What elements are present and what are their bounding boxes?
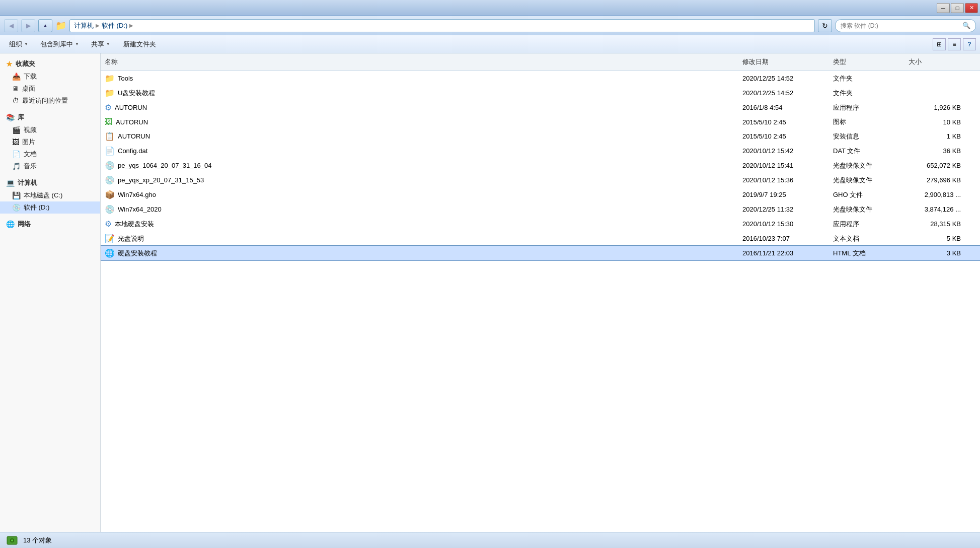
sidebar-item-recent[interactable]: ⏱ 最近访问的位置 [0, 95, 100, 107]
sidebar-item-downloads[interactable]: 📥 下载 [0, 71, 100, 83]
file-name-cell: 📝 光盘说明 [101, 232, 738, 245]
view-options-button[interactable]: ⊞ [933, 38, 946, 50]
sidebar-item-desktop[interactable]: 🖥 桌面 [0, 83, 100, 95]
table-row[interactable]: 📁 U盘安装教程 2020/12/25 14:52 文件夹 [101, 86, 980, 100]
file-name-cell: 🖼 AUTORUN [101, 116, 738, 128]
col-type-label: 类型 [833, 57, 846, 66]
table-row[interactable]: 📝 光盘说明 2016/10/23 7:07 文本文档 5 KB [101, 231, 980, 246]
organize-button[interactable]: 组织 ▼ [4, 37, 33, 51]
table-row[interactable]: ⚙ AUTORUN 2016/1/8 4:54 应用程序 1,926 KB [101, 100, 980, 115]
minimize-button[interactable]: ─ [937, 3, 950, 13]
file-modified-cell: 2020/12/25 11:32 [738, 203, 829, 216]
sidebar-item-images[interactable]: 🖼 图片 [0, 136, 100, 148]
file-size: 5 KB [947, 235, 961, 242]
close-button[interactable]: ✕ [965, 3, 978, 13]
file-modified: 2016/1/8 4:54 [742, 104, 783, 111]
file-name-cell: ⚙ AUTORUN [101, 101, 738, 114]
search-bar[interactable]: 🔍 [835, 19, 976, 32]
sidebar-item-docs[interactable]: 📄 文档 [0, 148, 100, 160]
file-name-cell: 💿 pe_yqs_1064_20_07_31_16_04 [101, 159, 738, 172]
col-modified-label: 修改日期 [742, 57, 769, 66]
file-size: 2,900,813 ... [925, 191, 961, 198]
file-icon: 💿 [105, 204, 115, 214]
titlebar: ─ □ ✕ [0, 0, 980, 16]
file-type: 安装信息 [833, 132, 859, 141]
table-row[interactable]: 📁 Tools 2020/12/25 14:52 文件夹 [101, 71, 980, 86]
table-row[interactable]: 💿 Win7x64_2020 2020/12/25 11:32 光盘映像文件 3… [101, 202, 980, 217]
addressbar: ◀ ▶ ▲ 📁 计算机 ▶ 软件 (D:) ▶ ↻ 🔍 [0, 16, 980, 35]
file-size-cell: 279,696 KB [904, 174, 965, 186]
file-type-cell: GHO 文件 [829, 188, 904, 201]
recent-label: 最近访问的位置 [22, 96, 68, 105]
share-button[interactable]: 共享 ▼ [86, 37, 115, 51]
sidebar-item-videos[interactable]: 🎬 视频 [0, 124, 100, 136]
table-row[interactable]: 📄 Config.dat 2020/10/12 15:42 DAT 文件 36 … [101, 144, 980, 158]
sidebar-item-c-drive[interactable]: 💾 本地磁盘 (C:) [0, 189, 100, 201]
file-type-cell: 应用程序 [829, 218, 904, 230]
col-name[interactable]: 名称 [101, 55, 738, 68]
desktop-label: 桌面 [22, 84, 35, 93]
file-size-cell: 2,900,813 ... [904, 188, 965, 201]
computer-header[interactable]: 💻 计算机 [0, 176, 100, 189]
sidebar-item-d-drive[interactable]: 💿 软件 (D:) [0, 201, 100, 214]
forward-button[interactable]: ▶ [21, 19, 35, 32]
network-header[interactable]: 🌐 网络 [0, 218, 100, 231]
breadcrumb-computer[interactable]: 计算机 [74, 21, 94, 30]
computer-section: 💻 计算机 💾 本地磁盘 (C:) 💿 软件 (D:) [0, 176, 100, 214]
file-list: 📁 Tools 2020/12/25 14:52 文件夹 📁 U盘安装教程 20… [101, 71, 980, 532]
col-size[interactable]: 大小 [904, 55, 965, 68]
search-input[interactable] [841, 22, 959, 29]
table-row[interactable]: 📋 AUTORUN 2015/5/10 2:45 安装信息 1 KB [101, 129, 980, 144]
file-name: AUTORUN [115, 104, 147, 111]
file-size: 652,072 KB [927, 162, 961, 169]
table-row[interactable]: ⚙ 本地硬盘安装 2020/10/12 15:30 应用程序 28,315 KB [101, 217, 980, 231]
file-size-cell: 652,072 KB [904, 159, 965, 172]
file-type: 图标 [833, 117, 846, 126]
table-row[interactable]: 📦 Win7x64.gho 2019/9/7 19:25 GHO 文件 2,90… [101, 187, 980, 202]
col-extra [965, 55, 980, 68]
file-modified-cell: 2020/12/25 14:52 [738, 87, 829, 99]
d-drive-icon: 💿 [12, 203, 21, 212]
table-row[interactable]: 🌐 硬盘安装教程 2016/11/21 22:03 HTML 文档 3 KB [101, 246, 980, 260]
breadcrumb-drive[interactable]: 软件 (D:) [102, 21, 127, 30]
maximize-button[interactable]: □ [951, 3, 964, 13]
desktop-icon: 🖥 [12, 85, 19, 93]
file-name-cell: 📋 AUTORUN [101, 130, 738, 143]
back-button[interactable]: ◀ [4, 19, 18, 32]
col-name-label: 名称 [105, 57, 118, 66]
include-lib-button[interactable]: 包含到库中 ▼ [35, 37, 84, 51]
file-size-cell [904, 87, 965, 99]
refresh-button[interactable]: ↻ [818, 19, 832, 32]
file-modified: 2015/5/10 2:45 [742, 132, 786, 140]
file-type: 文本文档 [833, 234, 859, 243]
help-button[interactable]: ? [963, 38, 976, 50]
up-button[interactable]: ▲ [38, 19, 52, 32]
favorites-header[interactable]: ★ 收藏夹 [0, 57, 100, 71]
file-type: 文件夹 [833, 89, 853, 98]
file-modified: 2020/10/12 15:41 [742, 162, 793, 169]
table-row[interactable]: 💿 pe_yqs_1064_20_07_31_16_04 2020/10/12 … [101, 158, 980, 173]
file-modified: 2020/10/12 15:42 [742, 147, 793, 155]
file-type: 应用程序 [833, 220, 859, 229]
file-size: 279,696 KB [927, 176, 961, 184]
view-toggle-button[interactable]: ≡ [948, 38, 961, 50]
file-type-cell: 光盘映像文件 [829, 159, 904, 172]
file-name-cell: 📦 Win7x64.gho [101, 188, 738, 201]
file-extra-cell [965, 130, 980, 143]
new-folder-button[interactable]: 新建文件夹 [117, 37, 162, 51]
sidebar-item-music[interactable]: 🎵 音乐 [0, 160, 100, 172]
col-modified[interactable]: 修改日期 [738, 55, 829, 68]
library-header[interactable]: 📚 库 [0, 111, 100, 124]
col-type[interactable]: 类型 [829, 55, 904, 68]
svg-point-2 [11, 539, 13, 541]
file-size-cell: 3 KB [904, 247, 965, 259]
search-icon: 🔍 [962, 22, 970, 29]
file-type-cell: 安装信息 [829, 130, 904, 143]
file-icon: 📁 [105, 74, 115, 83]
file-extra-cell [965, 174, 980, 186]
breadcrumb: 计算机 ▶ 软件 (D:) ▶ [69, 19, 815, 32]
file-modified-cell: 2020/10/12 15:36 [738, 174, 829, 186]
table-row[interactable]: 💿 pe_yqs_xp_20_07_31_15_53 2020/10/12 15… [101, 173, 980, 187]
table-row[interactable]: 🖼 AUTORUN 2015/5/10 2:45 图标 10 KB [101, 115, 980, 129]
file-type: 光盘映像文件 [833, 205, 872, 214]
